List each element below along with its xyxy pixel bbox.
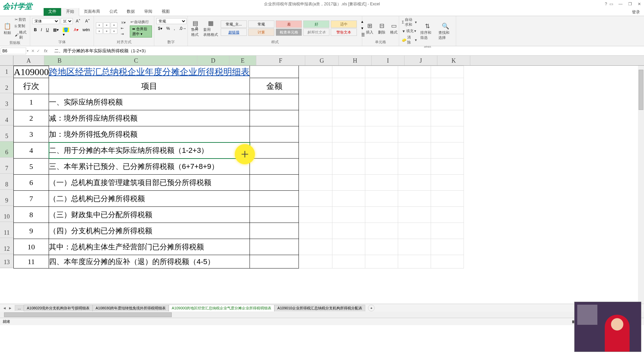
style-bad[interactable]: 差 (276, 20, 302, 28)
font-size-select[interactable]: 10 (61, 18, 73, 24)
fx-icon[interactable]: fx (42, 49, 50, 53)
font-name-select[interactable]: 宋体 (32, 18, 59, 24)
italic-button[interactable]: I (39, 27, 44, 38)
row-txt[interactable]: （四）分支机构已分摊所得税额 (49, 223, 250, 239)
col-H[interactable]: H (339, 56, 372, 65)
ribbon-opts-icon[interactable]: ▭ (608, 1, 614, 7)
row-txt-selected[interactable]: 二、用于分摊的本年实际应纳所得税额（1-2+3） (49, 142, 250, 159)
maximize-icon[interactable]: ❐ (627, 1, 633, 7)
row-num[interactable]: 8 (14, 207, 49, 223)
percent-button[interactable]: % (165, 25, 172, 32)
col-F[interactable]: F (256, 56, 305, 65)
row-7[interactable]: 7 (0, 158, 13, 174)
align-grid[interactable]: ≡≡≡≡≡≡ (96, 22, 117, 34)
shrink-font-button[interactable]: A˅ (84, 18, 92, 24)
tab-review[interactable]: 审阅 (140, 7, 157, 16)
tab-home[interactable]: 开始 (61, 7, 79, 16)
row-txt[interactable]: 四、本年度应分摊的应补（退）的所得税额（4-5） (49, 255, 250, 268)
merge-center-button[interactable]: ⬌ 合并后居中 ▾ (130, 25, 152, 38)
number-format-select[interactable]: 常规 (156, 18, 186, 24)
hdr-xc[interactable]: 行次 (14, 78, 49, 94)
row-num[interactable]: 2 (14, 110, 49, 126)
row-num[interactable]: 5 (14, 159, 49, 175)
cell-title[interactable]: 跨地区经营汇总纳税企业年度分摊企业所得税明细表 (49, 66, 250, 78)
minimize-icon[interactable]: — (617, 1, 624, 7)
paste-button[interactable]: 📋 粘贴 (2, 21, 13, 36)
sheet-tab-dots[interactable]: ... (15, 305, 24, 311)
row-10[interactable]: 10 (0, 206, 13, 222)
sheet-tab-2[interactable]: A108030跨年度结转抵免境外所得税明细表 (93, 305, 169, 311)
vertical-scrollbar[interactable] (638, 66, 644, 304)
sheet-nav-prev[interactable]: ◄ (3, 306, 6, 310)
format-painter-button[interactable]: 🖌格式刷 (14, 29, 28, 40)
col-J[interactable]: J (405, 56, 437, 65)
copy-button[interactable]: ⎘复制 (14, 23, 28, 29)
formula-input[interactable] (52, 48, 644, 54)
style-good[interactable]: 好 (303, 20, 329, 28)
border-button[interactable]: ▦▾ (51, 27, 60, 38)
row-num[interactable]: 11 (14, 255, 49, 268)
font-color-button[interactable]: A▾ (72, 27, 80, 38)
row-13[interactable]: 13 (0, 254, 13, 267)
row-txt[interactable]: （二）总机构已分摊所得税额 (49, 191, 250, 207)
row-num[interactable]: 1 (14, 94, 49, 110)
close-icon[interactable]: ✕ (636, 1, 643, 7)
row-txt[interactable]: （三）财政集中已分配所得税额 (49, 207, 250, 223)
row-num[interactable]: 7 (14, 191, 49, 207)
row-2[interactable]: 2 (0, 77, 13, 93)
style-calc[interactable]: 计算 (248, 28, 274, 36)
col-B[interactable]: B (44, 56, 75, 65)
grow-font-button[interactable]: A˄ (74, 18, 82, 24)
row-4[interactable]: 4 (0, 109, 13, 125)
style-normal-main[interactable]: 常规_主... (221, 20, 247, 28)
sheet-tab-1[interactable]: A108020境外分支机构弥补亏损明细表 (24, 305, 93, 311)
row-5[interactable]: 5 (0, 125, 13, 141)
cond-format-button[interactable]: ▤条件格式 (190, 18, 201, 38)
sheet-tab-3[interactable]: A109000跨地区经营汇总纳税企业气度分摊企业所得税明细表 (169, 305, 274, 311)
table-format-button[interactable]: ▦套用 表格格式 (202, 18, 219, 38)
indent-dec-button[interactable]: ⇤ (120, 26, 126, 31)
col-D[interactable]: D (197, 56, 229, 65)
style-hyperlink[interactable]: 超链接 (221, 28, 247, 36)
tab-view[interactable]: 视图 (157, 7, 174, 16)
hdr-je[interactable]: 金额 (250, 78, 299, 94)
help-icon[interactable]: ? (605, 2, 607, 6)
style-normal[interactable]: 常规 (248, 20, 274, 28)
tab-formula[interactable]: 公式 (105, 7, 122, 16)
inc-decimal-button[interactable]: .0→ (177, 25, 188, 32)
row-txt[interactable]: 一、实际应纳所得税额 (49, 94, 250, 110)
row-txt[interactable]: 加：境外所得抵免所得税额 (49, 126, 250, 142)
row-txt[interactable]: 其中：总机构主体生产经营部门已分摊所得税额 (49, 239, 250, 255)
tab-data[interactable]: 数据 (122, 7, 140, 16)
row-6[interactable]: 6 (0, 141, 13, 158)
insert-cells-button[interactable]: ⊞插入 (364, 21, 375, 36)
tab-file[interactable]: 文件 (44, 7, 61, 16)
col-I[interactable]: I (372, 56, 405, 65)
select-all-corner[interactable] (0, 56, 13, 65)
row-9[interactable]: 9 (0, 190, 13, 206)
row-1[interactable]: 1 (0, 66, 13, 77)
row-num[interactable]: 10 (14, 239, 49, 255)
find-select-button[interactable]: 🔍查找和选择 (437, 21, 454, 41)
enter-icon[interactable]: ✓ (37, 49, 40, 53)
style-explain[interactable]: 解释性文本 (303, 28, 329, 36)
hdr-xm[interactable]: 项目 (49, 78, 250, 94)
wrap-text-button[interactable]: ↩自动换行 (130, 19, 152, 25)
tab-layout[interactable]: 页面布局 (79, 7, 105, 16)
comma-button[interactable]: , (172, 25, 176, 32)
row-num[interactable]: 6 (14, 175, 49, 191)
name-box[interactable] (1, 48, 26, 54)
fill-color-button[interactable]: 🪣▾ (61, 27, 71, 38)
bold-button[interactable]: B (32, 27, 39, 38)
style-warn[interactable]: 警告文本 (331, 28, 357, 36)
grid[interactable]: A109000 跨地区经营汇总纳税企业年度分摊企业所得税明细表 行次 项目 金额… (13, 66, 464, 268)
clear-button[interactable]: 🧽清除▾ (401, 35, 418, 45)
underline-button[interactable]: U (44, 27, 51, 38)
new-sheet-button[interactable]: + (368, 305, 375, 311)
sheet-nav-next[interactable]: ► (8, 306, 12, 310)
col-A[interactable]: A (13, 56, 44, 65)
sort-filter-button[interactable]: ⇅排序和筛选 (419, 21, 436, 41)
row-txt[interactable]: 三、本年累计已预分、已分摊所得税额（6+7+8+9） (49, 159, 250, 175)
fill-button[interactable]: ▼填充▾ (401, 28, 418, 34)
row-8[interactable]: 8 (0, 174, 13, 190)
